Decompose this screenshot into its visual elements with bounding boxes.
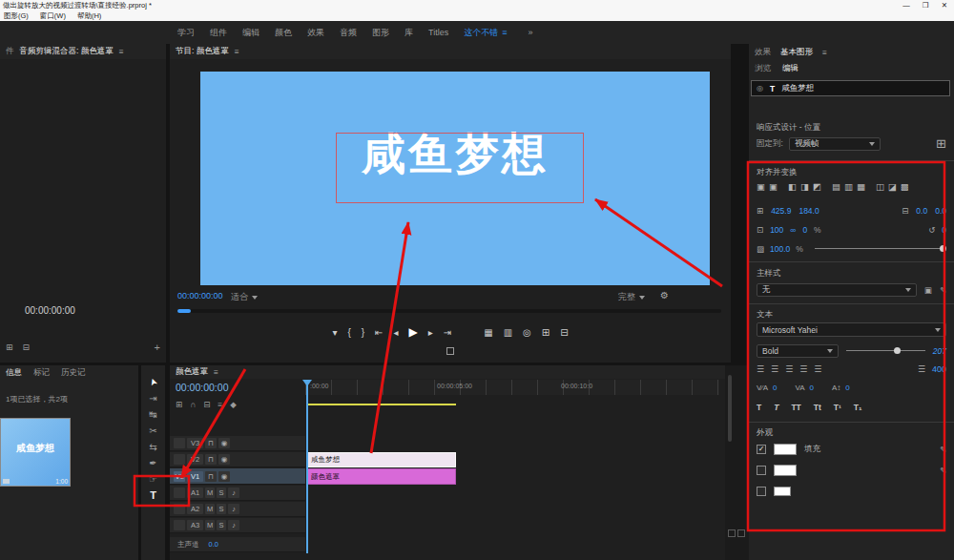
workspace-menu-icon[interactable]: ≡ <box>502 28 507 37</box>
play-icon[interactable]: ▶ <box>409 325 418 339</box>
superscript-toggle[interactable]: T¹ <box>834 403 841 412</box>
source-patch[interactable] <box>174 504 185 514</box>
step-back-icon[interactable]: ◂ <box>394 327 399 338</box>
pin-to-dropdown[interactable]: 视频帧 <box>789 137 881 151</box>
track-name[interactable]: V1 <box>187 471 203 482</box>
solo-button[interactable]: S <box>217 520 226 530</box>
font-style-dropdown[interactable]: Bold <box>757 344 839 358</box>
minimize-button[interactable]: — <box>897 1 916 10</box>
workspace-tab-learn[interactable]: 学习 <box>177 27 195 39</box>
track-output-eye-icon[interactable]: ◉ <box>218 471 230 482</box>
edit-style-icon[interactable]: ✎ <box>940 285 946 295</box>
program-scroll-thumb[interactable] <box>177 309 191 313</box>
scale-value[interactable]: 100 <box>770 225 783 235</box>
scale-secondary-value[interactable]: 0 <box>802 225 807 235</box>
workspace-tab-graphics[interactable]: 图形 <box>372 27 389 39</box>
kerning-value[interactable]: 0 <box>810 384 814 392</box>
workspace-tab-library[interactable]: 库 <box>404 27 413 39</box>
extract-icon[interactable]: ▥ <box>504 327 512 338</box>
solo-button[interactable]: S <box>217 487 226 498</box>
align-icon[interactable]: ▣ <box>757 181 765 192</box>
selection-tool[interactable]: ➤ <box>144 369 162 395</box>
mixer-button-2-icon[interactable]: ⊟ <box>23 342 31 352</box>
button-editor-icon[interactable]: ⊟ <box>560 327 568 338</box>
comparison-icon[interactable]: ⊞ <box>542 327 550 338</box>
justify-all-icon[interactable]: ☰ <box>814 364 821 374</box>
linked-selection-icon[interactable]: ⊟ <box>203 400 210 409</box>
all-caps-toggle[interactable]: TT <box>791 403 800 412</box>
position-y-value[interactable]: 184.0 <box>798 206 819 216</box>
mute-button[interactable]: M <box>205 504 215 514</box>
ripple-edit-tool[interactable]: ↹ <box>141 409 165 420</box>
anchor-y-value[interactable]: 0.0 <box>935 206 946 216</box>
master-style-dropdown[interactable]: 无 <box>757 283 917 297</box>
opacity-slider-handle[interactable] <box>940 245 946 252</box>
mute-button[interactable]: M <box>205 520 215 530</box>
tab-history[interactable]: 历史记 <box>61 367 86 379</box>
align-icon[interactable]: ◩ <box>813 181 821 192</box>
faux-italic-toggle[interactable]: T <box>774 403 778 412</box>
position-x-value[interactable]: 425.9 <box>771 206 791 216</box>
align-icon[interactable]: ◨ <box>800 181 809 192</box>
shadow-checkbox[interactable] <box>757 487 766 496</box>
track-name[interactable]: A1 <box>187 487 203 498</box>
layer-row-selected[interactable]: ◎ T 咸鱼梦想 <box>751 80 950 96</box>
master-track-label[interactable]: 主声道 <box>177 540 199 550</box>
leading-value[interactable]: 0 <box>845 384 849 392</box>
mixer-add-track-icon[interactable]: + <box>155 342 160 353</box>
workspace-overflow-icon[interactable]: » <box>528 28 532 37</box>
program-scroll-track[interactable] <box>177 309 721 313</box>
timeline-ruler[interactable]: :00:00 00:00:05:00 00:00:10:0 <box>305 380 719 395</box>
rotate-icon[interactable]: ↺ <box>928 225 935 235</box>
workspace-tab-effects[interactable]: 效果 <box>307 27 324 39</box>
track-name[interactable]: V2 <box>187 454 203 465</box>
zoom-fit-dropdown[interactable]: 适合 <box>231 291 258 303</box>
sync-lock-icon[interactable]: ⊓ <box>205 454 217 465</box>
insert-overwrite-icon[interactable]: ⊞ <box>176 400 182 409</box>
align-icon[interactable]: ▩ <box>901 181 909 192</box>
snap-magnet-icon[interactable]: ∩ <box>190 400 196 409</box>
align-icon[interactable]: ◪ <box>888 181 897 192</box>
link-scale-icon[interactable]: ∞ <box>790 225 796 235</box>
track-name[interactable]: A3 <box>187 520 203 530</box>
playhead-line[interactable] <box>306 380 308 553</box>
panel-corner-icon[interactable] <box>737 529 745 537</box>
sync-lock-icon[interactable]: ⊓ <box>205 438 217 448</box>
source-patch[interactable] <box>174 487 185 498</box>
mark-out-icon[interactable]: } <box>362 327 364 338</box>
step-forward-icon[interactable]: ▸ <box>428 327 433 338</box>
slip-tool[interactable]: ⇆ <box>141 442 165 452</box>
mixer-button-1-icon[interactable]: ⊞ <box>6 342 13 352</box>
opacity-value[interactable]: 100.0 <box>770 244 790 254</box>
timeline-tab[interactable]: 颜色遮罩 <box>176 366 208 378</box>
work-area-bar[interactable] <box>307 404 456 405</box>
font-size-slider-handle[interactable] <box>894 347 901 354</box>
mixer-timecode[interactable]: 00:00:00:00 <box>25 305 75 316</box>
source-patch[interactable]: V1 <box>174 471 185 482</box>
layer-visibility-icon[interactable]: ◎ <box>757 84 763 93</box>
vertical-scrollbar[interactable] <box>728 375 732 442</box>
panel-menu-icon[interactable]: ≡ <box>235 47 239 56</box>
fill-checkbox[interactable]: ✓ <box>757 445 766 454</box>
justify-icon[interactable]: ☰ <box>799 364 807 374</box>
font-weight-value[interactable]: 400 <box>932 364 946 374</box>
type-tool[interactable]: T <box>141 489 165 501</box>
track-output-eye-icon[interactable]: ◉ <box>218 438 230 448</box>
faux-bold-toggle[interactable]: T <box>757 403 761 412</box>
tab-essential-graphics[interactable]: 基本图形 <box>780 47 813 58</box>
comparison-view-button[interactable] <box>446 347 454 355</box>
shadow-color-swatch[interactable] <box>774 487 791 496</box>
mute-button[interactable]: M <box>205 487 215 498</box>
clip-v2[interactable]: 咸鱼梦想 <box>307 452 456 467</box>
timeline-timecode[interactable]: 00:00:00:00 <box>176 382 228 393</box>
push-style-icon[interactable]: ▣ <box>924 285 932 295</box>
panel-menu-icon[interactable]: ≡ <box>822 48 827 57</box>
tab-info[interactable]: 信息 <box>6 367 22 379</box>
go-to-in-icon[interactable]: ⇤ <box>375 327 383 338</box>
close-button[interactable]: ✕ <box>935 1 954 10</box>
master-volume-value[interactable]: 0.0 <box>209 540 218 549</box>
font-size-value[interactable]: 207 <box>933 346 946 356</box>
opacity-icon[interactable]: ▨ <box>757 244 764 254</box>
playhead-head[interactable] <box>302 380 312 386</box>
menu-window[interactable]: 窗口(W) <box>40 11 66 21</box>
